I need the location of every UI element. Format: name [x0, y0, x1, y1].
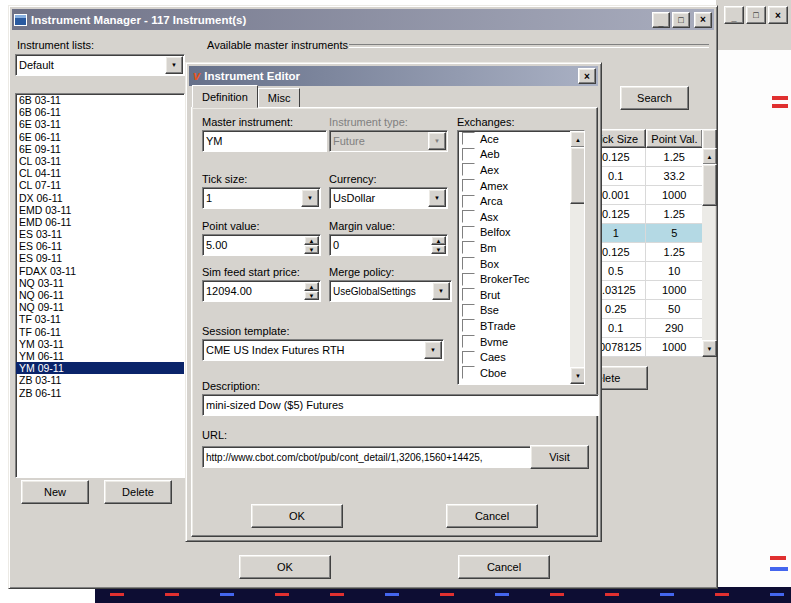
checkbox-icon[interactable]	[462, 148, 475, 161]
dropdown-arrow-icon[interactable]: ▼	[165, 56, 183, 74]
dropdown-arrow-icon[interactable]: ▼	[301, 189, 319, 207]
point-val-column-header[interactable]: Point Val.	[646, 129, 703, 148]
spinner-down-icon[interactable]: ▼	[304, 245, 319, 254]
instrument-list-item[interactable]: 6B 03-11	[16, 94, 184, 106]
app-close-button[interactable]: ×	[768, 6, 788, 24]
checkbox-icon[interactable]	[462, 366, 475, 379]
instrument-list-item[interactable]: ES 03-11	[16, 228, 184, 240]
checkbox-icon[interactable]	[462, 179, 475, 192]
checkbox-icon[interactable]	[462, 132, 475, 145]
table-row[interactable]: 0.1251.25	[586, 148, 703, 167]
scrollbar-thumb[interactable]	[570, 147, 585, 204]
table-row[interactable]: 0.1251.25	[586, 205, 703, 224]
instrument-list-item[interactable]: YM 06-11	[16, 350, 184, 362]
scroll-up-icon[interactable]: ▲	[570, 131, 585, 148]
scroll-down-icon[interactable]: ▼	[702, 340, 717, 357]
exchange-item[interactable]: Bse	[458, 303, 584, 319]
instrument-list-dropdown[interactable]: Default ▼	[15, 54, 185, 76]
instrument-list-item[interactable]: YM 09-11	[16, 362, 184, 374]
checkbox-icon[interactable]	[462, 195, 475, 208]
exchange-item[interactable]: Cboe	[458, 365, 584, 381]
table-row[interactable]: 0.510	[586, 262, 703, 281]
checkbox-icon[interactable]	[462, 210, 475, 223]
exchanges-scrollbar[interactable]: ▲ ▼	[570, 131, 584, 384]
instrument-list-item[interactable]: NQ 09-11	[16, 301, 184, 313]
session-template-dropdown[interactable]: CME US Index Futures RTH ▼	[202, 339, 444, 361]
exchange-item[interactable]: BrokerTec	[458, 271, 584, 287]
checkbox-icon[interactable]	[462, 335, 475, 348]
manager-ok-button[interactable]: OK	[239, 555, 331, 579]
instrument-editor-titlebar[interactable]: v Instrument Editor ×	[189, 66, 598, 86]
editor-cancel-button[interactable]: Cancel	[446, 504, 538, 528]
tab-misc[interactable]: Misc	[258, 88, 301, 108]
table-row[interactable]: 0.00781251000	[586, 338, 703, 357]
dropdown-arrow-icon[interactable]: ▼	[424, 341, 442, 359]
instrument-list-item[interactable]: 6E 06-11	[16, 131, 184, 143]
spinner-down-icon[interactable]: ▼	[431, 245, 446, 254]
master-instrument-input[interactable]	[202, 130, 327, 152]
instrument-list-item[interactable]: DX 06-11	[16, 192, 184, 204]
table-row[interactable]: 0.133.2	[586, 167, 703, 186]
checkbox-icon[interactable]	[462, 226, 475, 239]
exchange-item[interactable]: Caes	[458, 349, 584, 365]
instrument-list-item[interactable]: CL 04-11	[16, 167, 184, 179]
exchange-item[interactable]: Bm	[458, 240, 584, 256]
checkbox-icon[interactable]	[462, 304, 475, 317]
editor-close-button[interactable]: ×	[578, 68, 596, 84]
table-row[interactable]: 0.0011000	[586, 186, 703, 205]
checkbox-icon[interactable]	[462, 351, 475, 364]
manager-close-button[interactable]: ×	[694, 12, 712, 28]
exchange-item[interactable]: BTrade	[458, 318, 584, 334]
instrument-list-item[interactable]: EMD 06-11	[16, 216, 184, 228]
search-button[interactable]: Search	[620, 86, 689, 110]
point-value-spinner[interactable]: 5.00 ▲ ▼	[202, 234, 321, 256]
description-input[interactable]	[202, 394, 599, 416]
scroll-down-icon[interactable]: ▼	[570, 367, 585, 384]
margin-value-spinner[interactable]: 0 ▲ ▼	[329, 234, 448, 256]
manager-minimize-button[interactable]: _	[652, 12, 670, 28]
checkbox-icon[interactable]	[462, 273, 475, 286]
instrument-list-item[interactable]: 6E 03-11	[16, 118, 184, 130]
visit-button[interactable]: Visit	[530, 445, 589, 469]
instrument-list-item[interactable]: NQ 03-11	[16, 277, 184, 289]
instrument-list-item[interactable]: 6B 06-11	[16, 106, 184, 118]
instrument-list-item[interactable]: CL 07-11	[16, 179, 184, 191]
exchange-item[interactable]: Bvme	[458, 334, 584, 350]
scrollbar-thumb[interactable]	[702, 164, 717, 206]
instrument-manager-titlebar[interactable]: Instrument Manager - 117 Instrument(s) _…	[12, 9, 714, 30]
app-maximize-button[interactable]: □	[746, 6, 766, 24]
instrument-list-item[interactable]: YM 03-11	[16, 338, 184, 350]
instrument-list-item[interactable]: EMD 03-11	[16, 204, 184, 216]
instrument-listbox[interactable]: 6B 03-116B 06-116E 03-116E 06-116E 09-11…	[15, 93, 185, 478]
exchange-item[interactable]: Belfox	[458, 225, 584, 241]
tab-definition[interactable]: Definition	[192, 85, 258, 108]
spinner-up-icon[interactable]: ▲	[304, 236, 319, 245]
editor-ok-button[interactable]: OK	[251, 504, 343, 528]
exchange-item[interactable]: Ace	[458, 131, 584, 147]
exchange-item[interactable]: Brut	[458, 287, 584, 303]
table-vertical-scrollbar[interactable]: ▲ ▼	[702, 148, 715, 357]
instrument-list-item[interactable]: 6E 09-11	[16, 143, 184, 155]
exchange-item[interactable]: Amex	[458, 178, 584, 194]
exchange-item[interactable]: Arca	[458, 193, 584, 209]
exchanges-list[interactable]: ▲ ▼ AceAebAexAmexArcaAsxBelfoxBmBoxBroke…	[457, 130, 585, 385]
delete-button[interactable]: Delete	[104, 480, 172, 504]
sim-feed-start-price-spinner[interactable]: 12094.00 ▲ ▼	[202, 280, 321, 302]
table-row[interactable]: 15	[586, 224, 703, 243]
url-input[interactable]	[202, 446, 532, 468]
checkbox-icon[interactable]	[462, 319, 475, 332]
table-row[interactable]: 0.1251.25	[586, 243, 703, 262]
instrument-list-item[interactable]: TF 03-11	[16, 313, 184, 325]
table-row[interactable]: 0.2550	[586, 300, 703, 319]
exchange-item[interactable]: Box	[458, 256, 584, 272]
exchange-item[interactable]: Aeb	[458, 147, 584, 163]
checkbox-icon[interactable]	[462, 288, 475, 301]
exchange-item[interactable]: Asx	[458, 209, 584, 225]
merge-policy-dropdown[interactable]: UseGlobalSettings ▼	[329, 280, 452, 302]
app-minimize-button[interactable]: _	[724, 6, 744, 24]
instrument-list-item[interactable]: CL 03-11	[16, 155, 184, 167]
currency-dropdown[interactable]: UsDollar ▼	[329, 187, 448, 209]
table-row[interactable]: 0.1290	[586, 319, 703, 338]
instrument-list-item[interactable]: ES 06-11	[16, 240, 184, 252]
dropdown-arrow-icon[interactable]: ▼	[432, 282, 450, 300]
